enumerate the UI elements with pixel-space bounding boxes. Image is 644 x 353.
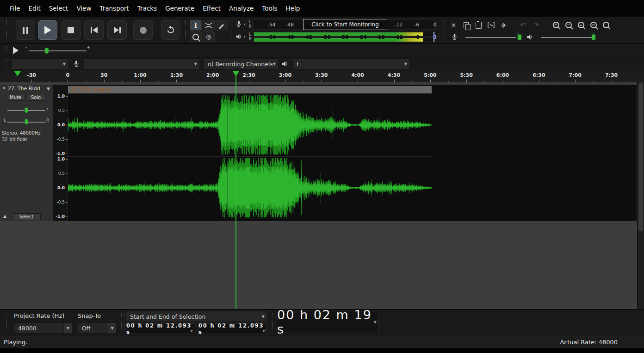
slider-track [29, 50, 87, 51]
menu-analyze[interactable]: Analyze [225, 5, 258, 12]
monitoring-tooltip[interactable]: Click to Start Monitoring [303, 19, 387, 30]
time-display-grip[interactable] [272, 313, 275, 333]
playback-device-dropdown[interactable]: t▼ [292, 58, 410, 69]
edit-toolbar: ✕ ↶ ↷ + − ▬ ↔ [448, 19, 620, 31]
selection-mode-dropdown[interactable]: Start and End of Selection▼ [126, 311, 267, 322]
slider-thumb[interactable] [518, 34, 522, 40]
menu-transport[interactable]: Transport [95, 5, 133, 12]
vertical-ruler-tick [66, 173, 68, 174]
fit-selection-button[interactable]: ▬ [575, 19, 587, 31]
track-canvas-area[interactable]: ✕ 27. The Ridd ▼ Mute Solo - + L R [0, 82, 644, 309]
meter-toolbar-grip[interactable] [230, 20, 233, 40]
tools-toolbar-grip[interactable] [185, 20, 188, 40]
selection-tool-button[interactable]: I [190, 20, 202, 31]
fit-project-button[interactable]: ↔ [588, 19, 599, 31]
record-meter[interactable]: ▾ L R Click to Start Monitoring -54-48-4… [234, 19, 440, 31]
playback-volume-slider[interactable]: - + [538, 31, 595, 43]
redo-button[interactable]: ↷ [530, 19, 542, 31]
track-menu-arrow-icon[interactable]: ▼ [47, 87, 50, 91]
vertical-scrollbar-thumb[interactable] [638, 83, 643, 231]
selection-fields-grip[interactable] [121, 313, 124, 333]
timeline-label: 6:00 [496, 72, 509, 78]
trim-audio-button[interactable] [485, 19, 497, 31]
solo-button[interactable]: Solo [26, 94, 45, 101]
playback-meter-menu-arrow[interactable]: ▾ [244, 35, 246, 39]
mute-button[interactable]: Mute [6, 94, 25, 101]
loop-button[interactable] [161, 20, 180, 40]
envelope-tool-button[interactable] [203, 20, 215, 31]
vertical-scrollbar[interactable] [637, 82, 644, 309]
timeline-marker[interactable] [14, 71, 21, 76]
play-speed-slider[interactable]: - + [25, 45, 90, 56]
selection-start-field[interactable]: 00 h 02 m 12.093 s▼ [126, 323, 194, 334]
slider-thumb[interactable] [45, 48, 49, 54]
menu-generate[interactable]: Generate [161, 5, 198, 12]
track-close-button[interactable]: ✕ [2, 86, 6, 91]
record-meter-menu-arrow[interactable]: ▾ [244, 23, 246, 26]
undo-button[interactable]: ↶ [517, 19, 529, 31]
device-toolbar-grip[interactable] [4, 59, 7, 69]
stop-button[interactable] [61, 20, 80, 40]
menu-tools[interactable]: Tools [258, 5, 281, 12]
paste-button[interactable] [473, 19, 484, 31]
edit-toolbar-grip[interactable] [442, 20, 445, 40]
vertical-ruler[interactable]: 1.00.50.0-0.5-1.01.00.50.0-0.5-1.0 [53, 85, 68, 221]
multi-tool-button[interactable]: ◎ [203, 31, 215, 42]
copy-button[interactable] [460, 19, 472, 31]
meter-scale-tick: -36 [322, 31, 330, 43]
draw-tool-button[interactable] [216, 20, 228, 31]
menu-effect[interactable]: Effect [198, 5, 225, 12]
track-title-bar[interactable]: 27. The Riddler [68, 86, 432, 93]
vertical-ruler-label: 1.0 [57, 157, 65, 161]
timeline-label: 30 [100, 72, 107, 78]
project-rate-dropdown[interactable]: 48000▼ [14, 322, 72, 334]
play-at-speed-grip[interactable] [4, 46, 7, 55]
track-select-button[interactable]: Select [12, 213, 41, 220]
slider-thumb[interactable] [592, 34, 596, 40]
playback-meter-channel-label: L [249, 33, 251, 37]
recording-device-dropdown[interactable]: ▼ [83, 58, 200, 69]
slider-thumb[interactable] [25, 119, 28, 124]
waveform-canvas[interactable] [68, 94, 432, 219]
zoom-tool-button[interactable] [190, 31, 202, 42]
play-at-speed-button[interactable] [13, 47, 19, 54]
timeline-label: 2:00 [206, 72, 219, 78]
recording-channels-dropdown[interactable]: o) Recording Channels▼ [204, 58, 279, 69]
timeline-label: 0 [66, 72, 70, 78]
track-collapse-button[interactable]: ▲ [3, 214, 6, 218]
menu-edit[interactable]: Edit [25, 5, 45, 12]
transport-toolbar-grip[interactable] [4, 20, 7, 40]
slider-thumb[interactable] [25, 107, 28, 113]
track-pan-slider[interactable]: L R [3, 118, 50, 126]
pause-button[interactable] [16, 20, 35, 40]
meter-scale-tick: -12 [395, 19, 402, 31]
zoom-out-button[interactable]: − [563, 19, 574, 31]
snap-to-dropdown[interactable]: Off▼ [78, 322, 117, 334]
selection-toolbar-grip[interactable] [4, 313, 7, 333]
selection-end-field[interactable]: 00 h 02 m 12.093 s▼ [198, 323, 266, 334]
audio-host-dropdown[interactable]: ▼ [11, 58, 68, 69]
play-button[interactable] [38, 20, 57, 40]
dropdown-arrow-icon: ▼ [273, 62, 276, 66]
record-button[interactable] [133, 20, 153, 40]
cut-button[interactable]: ✕ [448, 19, 459, 31]
track-name[interactable]: 27. The Ridd [8, 86, 45, 92]
menu-tracks[interactable]: Tracks [133, 5, 161, 12]
recording-volume-slider[interactable]: - + [462, 31, 520, 43]
zoom-in-button[interactable]: + [550, 19, 562, 31]
meter-scale-tick: -24 [358, 31, 367, 43]
zoom-toggle-button[interactable] [600, 19, 612, 31]
menu-file[interactable]: File [6, 5, 25, 12]
waveform-region[interactable]: 27. The Riddler [68, 85, 637, 221]
playback-meter[interactable]: ▾ L R -54-48-42-36-30-24-18-12-60 [234, 31, 440, 43]
silence-audio-button[interactable] [498, 19, 509, 31]
timeline-ruler[interactable]: -300301:001:302:002:303:003:304:004:305:… [0, 71, 644, 83]
menu-view[interactable]: View [72, 5, 95, 12]
skip-to-end-button[interactable] [107, 20, 127, 40]
track-gain-slider[interactable]: - + [3, 106, 50, 114]
menu-help[interactable]: Help [282, 5, 304, 12]
audio-position-display[interactable]: 00 h 02 m 19 s▼ [277, 311, 378, 333]
skip-to-start-button[interactable] [84, 20, 104, 40]
menu-select[interactable]: Select [45, 5, 73, 12]
playhead-line [235, 75, 236, 309]
